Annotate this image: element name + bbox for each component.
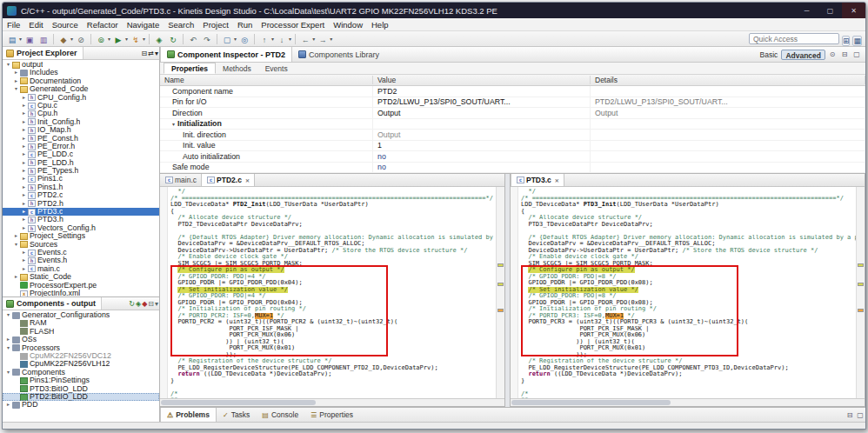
tree-item-ptd3-bitio-ldd[interactable]: PTD3:BitIO_LDD <box>3 385 159 393</box>
close-button[interactable]: ✕ <box>842 3 865 18</box>
run-icon[interactable]: ▶ <box>112 33 124 45</box>
property-row-direction[interactable]: DirectionOutputOutput <box>160 108 865 119</box>
next-annotation-icon[interactable]: ↓ <box>276 33 288 45</box>
menu-project[interactable]: Project <box>198 20 233 30</box>
expander-icon[interactable]: ▸ <box>21 249 27 256</box>
new-file-icon[interactable]: ▢ <box>221 33 233 45</box>
tree-item-processors[interactable]: ▾Processors <box>3 344 159 352</box>
editor-tab-ptd2-c[interactable]: cPTD2.c✕ <box>201 174 255 186</box>
menu-navigate[interactable]: Navigate <box>123 20 164 30</box>
property-row-pin-for-i-o[interactable]: Pin for I/OPTD2/LLWU_P13/SPI0_SOUT/UART.… <box>160 97 865 109</box>
tree-item-output[interactable]: ▾output <box>3 61 159 69</box>
expander-icon[interactable]: ▾ <box>13 241 19 249</box>
maximize-button[interactable]: ▢ <box>818 3 842 18</box>
property-value[interactable] <box>373 119 591 130</box>
expander-icon[interactable]: ▸ <box>21 143 27 150</box>
property-row-safe-mode[interactable]: Safe modeno <box>160 163 865 174</box>
expander-icon[interactable]: ▸ <box>21 159 27 167</box>
menu-source[interactable]: Source <box>48 20 83 30</box>
back-icon[interactable]: ← <box>299 33 311 45</box>
expander-icon[interactable]: ▾ <box>5 344 11 352</box>
maximize-view-icon[interactable]: ▢ <box>851 50 862 58</box>
expander-icon[interactable]: ▸ <box>21 102 27 110</box>
tree-item-project-settings[interactable]: ▸Project_Settings <box>3 232 159 240</box>
close-icon[interactable]: ✕ <box>245 177 250 183</box>
editor-tab-main-c[interactable]: cmain.c <box>160 174 201 186</box>
horizontal-scrollbar[interactable] <box>160 398 504 406</box>
expander-icon[interactable]: ▸ <box>21 183 27 191</box>
tree-item-ptd2-c[interactable]: ▸cPTD2.c <box>3 191 159 199</box>
expander-icon[interactable]: ▸ <box>21 175 27 183</box>
dropdown-arrow-icon[interactable]: ▾ <box>19 36 22 42</box>
menu-help[interactable]: Help <box>367 20 393 30</box>
horizontal-scrollbar[interactable] <box>511 398 865 406</box>
tab-component-inspector-ptd2[interactable]: Component Inspector - PTD2 <box>160 47 292 62</box>
collapse-all-icon[interactable]: ⊟ <box>142 50 148 57</box>
tree-item-projectinfo-xml[interactable]: xProjectInfo.xml <box>3 290 159 296</box>
menu-processor-expert[interactable]: Processor Expert <box>257 20 329 30</box>
menu-search[interactable]: Search <box>164 20 198 30</box>
dropdown-arrow-icon[interactable]: ▾ <box>289 36 291 42</box>
expander-icon[interactable]: ▾ <box>5 369 11 376</box>
debug-icon[interactable]: ⊚ <box>95 33 107 45</box>
expander-icon[interactable]: ▸ <box>21 224 27 232</box>
tree-item-generated-code[interactable]: ▾Generated_Code <box>3 85 159 93</box>
editor-tab-ptd3-c[interactable]: cPTD3.c✕ <box>511 174 564 186</box>
tree-item-ram[interactable]: RAM <box>3 319 159 327</box>
property-value[interactable]: no <box>373 151 591 162</box>
code-area[interactable]: *//* ===================================… <box>518 187 856 398</box>
subtab-events[interactable]: Events <box>258 63 295 74</box>
tree-item-cpumk22fn256vlh12[interactable]: CpuMK22FN256VLH12 <box>3 360 159 368</box>
processor-expert-icon[interactable]: ◈ <box>136 300 141 308</box>
tree-item-pe-const-h[interactable]: ▸hPE_Const.h <box>3 135 159 143</box>
expander-icon[interactable]: ▸ <box>21 135 27 143</box>
tree-item-ptd3-c[interactable]: ▸cPTD3.c <box>3 208 159 216</box>
tree-item-ptd3-h[interactable]: ▸hPTD3.h <box>3 216 159 223</box>
tab-components-library[interactable]: Components Library <box>292 47 385 62</box>
collapse-all-icon[interactable]: ⊟ <box>148 300 154 308</box>
tree-item-io-map-h[interactable]: ▸hIO_Map.h <box>3 126 159 134</box>
undo-icon[interactable]: ↶ <box>187 33 199 45</box>
tree-item-cpumk22fn256vdc12[interactable]: CpuMK22FN256VDC12 <box>3 352 159 360</box>
tree-item-pins1-h[interactable]: ▸hPins1.h <box>3 183 159 191</box>
tree-item-cpu-config-h[interactable]: ▸hCPU_Config.h <box>3 94 159 102</box>
tab-problems[interactable]: ⚠Problems <box>160 408 217 422</box>
build-icon[interactable]: ◆ <box>57 33 70 45</box>
close-icon[interactable]: ✕ <box>555 177 559 183</box>
overview-ruler[interactable] <box>856 187 865 398</box>
scrollbar-thumb[interactable] <box>161 400 316 405</box>
dropdown-arrow-icon[interactable]: ▾ <box>143 36 145 42</box>
property-value[interactable]: no <box>373 163 591 173</box>
tree-item-pdd[interactable]: ▸PDD <box>3 401 159 409</box>
dropdown-arrow-icon[interactable]: ▾ <box>108 36 110 42</box>
minimize-button[interactable]: ─ <box>795 3 818 18</box>
expander-icon[interactable]: ▸ <box>21 118 27 126</box>
expander-icon[interactable]: ▸ <box>21 94 27 102</box>
dropdown-arrow-icon[interactable]: ▾ <box>312 36 315 42</box>
menu-file[interactable]: File <box>3 20 24 30</box>
property-row-init-value[interactable]: Init. value1 <box>160 141 865 152</box>
expander-icon[interactable]: ▸ <box>21 167 27 175</box>
tree-item-static-code[interactable]: ▸Static_Code <box>3 273 159 281</box>
menu-refactor[interactable]: Refactor <box>83 20 123 30</box>
tree-item-pe-ldd-h[interactable]: ▸hPE_LDD.h <box>3 159 159 167</box>
tree-item-init-config-h[interactable]: ▸hInit_Config.h <box>3 118 159 126</box>
dropdown-arrow-icon[interactable]: ▾ <box>271 36 274 42</box>
tree-item-sources[interactable]: ▾Sources <box>3 241 159 249</box>
expander-icon[interactable]: ▸ <box>21 216 27 223</box>
scrollbar-thumb[interactable] <box>511 400 671 405</box>
tree-item-pins1-pinsettings[interactable]: Pins1:PinSettings <box>3 376 159 384</box>
property-row-component-name[interactable]: Component namePTD2 <box>160 86 865 97</box>
link-with-editor-icon[interactable]: ⇄ <box>148 50 154 57</box>
expander-icon[interactable]: ▸ <box>21 191 27 199</box>
view-menu-icon[interactable]: ▾ <box>155 300 158 308</box>
tab-console[interactable]: ▤Console <box>256 408 304 422</box>
tree-item-pe-error-h[interactable]: ▸hPE_Error.h <box>3 143 159 150</box>
tree-item-components[interactable]: ▾Components <box>3 369 159 376</box>
subtab-properties[interactable]: Properties <box>164 63 216 74</box>
tree-item-oss[interactable]: ▸OSs <box>3 336 159 343</box>
expander-icon[interactable]: ▸ <box>21 200 27 208</box>
expander-icon[interactable]: ▾ <box>5 61 11 69</box>
previous-annotation-icon[interactable]: ↑ <box>258 33 270 45</box>
expander-icon[interactable]: ▸ <box>21 126 27 134</box>
